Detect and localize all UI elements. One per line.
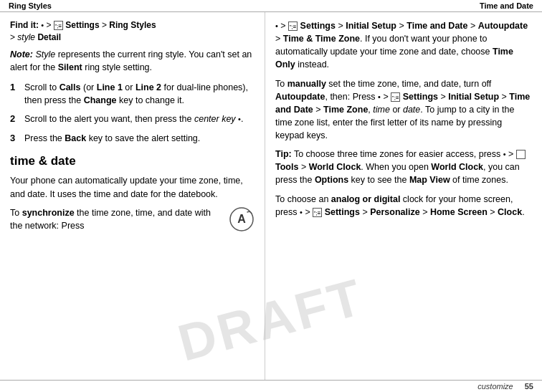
find-it-label: Find it:: [10, 20, 39, 30]
page-container: Ring Styles Time and Date Find it: • > "…: [0, 0, 542, 392]
step-number: 3: [10, 132, 22, 145]
analog-digital-para: To choose an analog or digital clock for…: [275, 193, 532, 219]
tip-block: Tip: To choose three time zones for easi…: [275, 148, 532, 186]
list-item: 2 Scroll to the alert you want, then pre…: [10, 113, 255, 126]
footer-bar: customize 55: [0, 380, 542, 392]
step-number: 1: [10, 81, 22, 107]
sync-text: To synchronize the time zone, time, and …: [10, 206, 223, 232]
sync-path-para: • > ";≡ Settings > Initial Setup > Time …: [275, 19, 532, 72]
svg-text:A: A: [237, 213, 246, 225]
header-bar: Ring Styles Time and Date: [0, 0, 542, 12]
list-item: 3 Press the Back key to save the alert s…: [10, 132, 255, 145]
step-number: 2: [10, 113, 22, 126]
step-text: Press the Back key to save the alert set…: [24, 132, 200, 145]
header-left-title: Ring Styles: [9, 1, 52, 10]
footer-page-number: 55: [525, 382, 533, 391]
note-text: Style represents the current ring style.…: [10, 49, 252, 72]
tip-label: Tip:: [275, 149, 292, 159]
step-text: Scroll to Calls (or Line 1 or Line 2 for…: [24, 81, 255, 107]
note-block: Note: Style represents the current ring …: [10, 48, 255, 74]
sync-line: To synchronize the time zone, time, and …: [10, 206, 255, 232]
footer-section-label: customize: [477, 382, 513, 391]
list-item: 1 Scroll to Calls (or Line 1 or Line 2 f…: [10, 81, 255, 107]
manual-set-para: To manually set the time zone, time, and…: [275, 77, 532, 143]
content-area: Find it: • > ";≡ Settings > Ring Styles>…: [0, 12, 542, 380]
header-right-title: Time and Date: [480, 1, 533, 10]
right-column: • > ";≡ Settings > Initial Setup > Time …: [265, 12, 542, 380]
section-heading-time-date: time & date: [10, 153, 255, 171]
numbered-list: 1 Scroll to Calls (or Line 1 or Line 2 f…: [10, 81, 255, 145]
find-it-line: Find it: • > ";≡ Settings > Ring Styles>…: [10, 19, 255, 44]
body-para-intro: Your phone can automatically update your…: [10, 174, 255, 200]
network-sync-icon: A: [229, 206, 255, 232]
note-label: Note:: [10, 49, 35, 59]
left-column: Find it: • > ";≡ Settings > Ring Styles>…: [0, 12, 265, 380]
step-text: Scroll to the alert you want, then press…: [24, 113, 243, 126]
